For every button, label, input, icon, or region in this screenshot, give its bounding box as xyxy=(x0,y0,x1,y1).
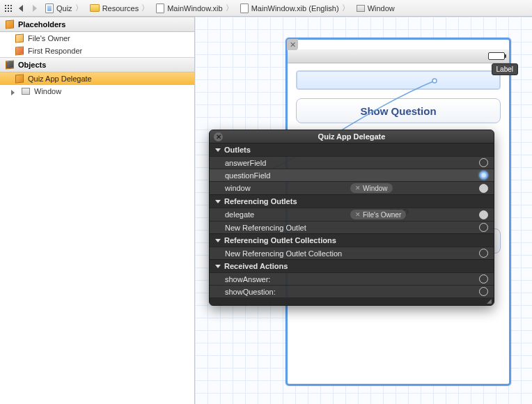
status-bar xyxy=(288,49,509,63)
objects-section-header[interactable]: Objects xyxy=(0,57,194,72)
connection-well[interactable] xyxy=(479,184,488,193)
connection-well[interactable] xyxy=(479,210,488,219)
tree-item-first-responder[interactable]: First Responder xyxy=(0,45,194,57)
question-label-field[interactable]: Label xyxy=(296,70,501,90)
breadcrumb-label: Window xyxy=(368,4,395,13)
cube-icon xyxy=(15,46,24,55)
hud-section-actions[interactable]: Received Actions xyxy=(210,259,494,272)
xib-icon xyxy=(156,3,164,13)
chevron-down-icon xyxy=(215,265,221,268)
breadcrumb-label: MainWindow.xib (English) xyxy=(251,4,339,13)
connection-pill[interactable]: ✕Window xyxy=(350,183,393,193)
disclosure-icon[interactable] xyxy=(11,88,17,95)
connections-panel[interactable]: ✕ Quiz App Delegate Outlets answerField … xyxy=(209,130,494,306)
connection-well[interactable] xyxy=(479,171,488,180)
placeholders-section-header[interactable]: Placeholders xyxy=(0,17,194,32)
hud-section-outlets[interactable]: Outlets xyxy=(210,143,494,156)
section-label: Received Actions xyxy=(224,262,288,270)
ref-collection-new[interactable]: New Referencing Outlet Collection xyxy=(210,247,494,259)
outlet-name: window xyxy=(225,184,350,192)
connection-well[interactable] xyxy=(479,287,488,296)
action-showanswer[interactable]: showAnswer: xyxy=(210,272,494,285)
placeholders-icon xyxy=(6,20,14,29)
breadcrumb-label: Quiz xyxy=(56,4,72,13)
tree-item-quiz-app-delegate[interactable]: Quiz App Delegate xyxy=(0,72,194,85)
outlet-name: answerField xyxy=(225,159,350,167)
section-label: Referencing Outlet Collections xyxy=(224,236,336,244)
section-label: Outlets xyxy=(224,146,251,154)
ref-outlet-new[interactable]: New Referencing Outlet xyxy=(210,221,494,233)
hud-title-label: Quiz App Delegate xyxy=(318,132,386,141)
ib-canvas[interactable]: ✕ Label Show Question ??? Show Answer ✕ … xyxy=(195,17,532,404)
section-title: Placeholders xyxy=(18,20,65,29)
close-window-button[interactable]: ✕ xyxy=(287,39,298,50)
connection-well[interactable] xyxy=(479,249,488,258)
label-tooltip: Label xyxy=(492,63,518,75)
connection-dest-label: File's Owner xyxy=(363,211,401,219)
breadcrumb-label: MainWindow.xib xyxy=(167,4,222,13)
battery-icon xyxy=(488,52,505,60)
tree-item-label: First Responder xyxy=(28,47,82,55)
folder-icon xyxy=(90,4,100,12)
tree-item-label: Quiz App Delegate xyxy=(28,75,92,83)
resize-grip[interactable]: ◢ xyxy=(210,297,494,305)
objects-icon xyxy=(6,60,14,69)
chevron-down-icon xyxy=(215,200,221,203)
hud-title-bar[interactable]: ✕ Quiz App Delegate xyxy=(210,130,494,143)
window-icon xyxy=(22,88,30,95)
outlet-name: New Referencing Outlet Collection xyxy=(225,249,350,258)
connection-well[interactable] xyxy=(479,274,488,283)
document-outline: Placeholders File's Owner First Responde… xyxy=(0,17,195,404)
outlet-name: questionField xyxy=(225,171,350,180)
breadcrumb-item[interactable]: MainWindow.xib (English) 〉 xyxy=(238,3,352,13)
show-question-button[interactable]: Show Question xyxy=(296,98,501,123)
nav-back-button[interactable] xyxy=(15,3,26,13)
section-title: Objects xyxy=(18,61,46,69)
breadcrumb-label: Resources xyxy=(102,4,139,13)
connection-well[interactable] xyxy=(479,223,488,232)
outlet-window[interactable]: window ✕Window xyxy=(210,181,494,194)
action-showquestion[interactable]: showQuestion: xyxy=(210,285,494,297)
connection-pill[interactable]: ✕File's Owner xyxy=(350,210,406,219)
connection-dest-label: Window xyxy=(363,185,388,192)
section-label: Referencing Outlets xyxy=(224,197,297,205)
action-name: showQuestion: xyxy=(225,288,350,296)
project-icon xyxy=(45,3,54,13)
chevron-down-icon xyxy=(215,239,221,242)
hud-section-ref-outlets[interactable]: Referencing Outlets xyxy=(210,194,494,208)
chevron-down-icon xyxy=(215,148,221,152)
outlet-name: New Referencing Outlet xyxy=(225,224,350,232)
tree-item-label: Window xyxy=(34,87,61,95)
outlet-questionfield[interactable]: questionField xyxy=(210,169,494,181)
outlet-name: delegate xyxy=(225,210,350,219)
breadcrumb-item[interactable]: MainWindow.xib 〉 xyxy=(154,3,235,13)
tree-item-window[interactable]: Window xyxy=(0,85,194,98)
breadcrumb-item[interactable]: Window xyxy=(354,4,397,13)
cube-icon xyxy=(15,33,24,42)
ref-outlet-delegate[interactable]: delegate ✕File's Owner xyxy=(210,208,494,221)
breadcrumb-item[interactable]: Quiz 〉 xyxy=(43,3,85,13)
cube-icon xyxy=(15,74,24,83)
outlet-answerfield[interactable]: answerField xyxy=(210,156,494,169)
close-icon[interactable]: ✕ xyxy=(214,132,223,141)
jump-bar: Quiz 〉 Resources 〉 MainWindow.xib 〉 Main… xyxy=(0,0,532,17)
related-items-icon[interactable] xyxy=(4,4,13,13)
tree-item-label: File's Owner xyxy=(28,34,70,42)
action-name: showAnswer: xyxy=(225,275,350,283)
tree-item-files-owner[interactable]: File's Owner xyxy=(0,32,194,45)
breadcrumb-item[interactable]: Resources 〉 xyxy=(88,3,152,13)
connection-well[interactable] xyxy=(479,158,488,167)
window-icon xyxy=(357,5,365,12)
xib-icon xyxy=(240,3,249,13)
hud-section-ref-collections[interactable]: Referencing Outlet Collections xyxy=(210,233,494,247)
nav-forward-button[interactable] xyxy=(29,3,40,13)
